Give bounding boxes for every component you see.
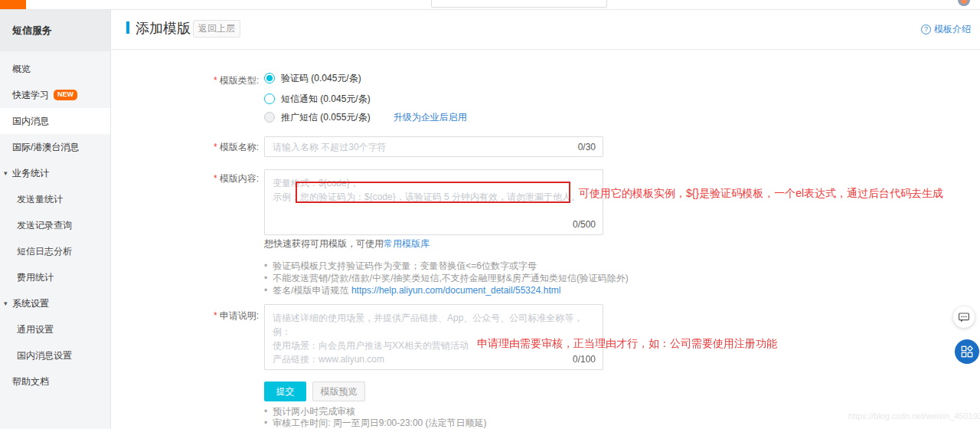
sidebar-item-label: 发送记录查询 [17, 219, 72, 232]
sidebar-item-label: 系统设置 [12, 297, 49, 310]
page-header: 添加模版 返回上层 ? 模板介绍 [112, 10, 980, 50]
top-search-input[interactable] [431, 0, 607, 8]
field-label-template-type: *模版类型: [144, 74, 259, 87]
title-accent-bar [126, 21, 129, 34]
template-intro-label: 模板介绍 [934, 23, 971, 36]
radio-option-label: 验证码 (0.045元/条) [281, 72, 361, 85]
rule-item: 验证码模板只支持验证码作为变量；变量替换值<=6位数字或字母 [264, 260, 629, 272]
csdn-watermark: https://blog.csdn.net/weixin_45019350 [848, 411, 980, 421]
required-mark: * [214, 310, 217, 321]
required-mark: * [214, 142, 217, 152]
sidebar-item-help-docs[interactable]: 帮助文档 [0, 368, 110, 395]
field-label-template-name: *模版名称: [144, 141, 259, 154]
sidebar-item-domestic-message-settings[interactable]: 国内消息设置 [0, 342, 110, 368]
sidebar-item-label: 国际/港澳台消息 [12, 141, 79, 154]
template-intro-link[interactable]: ? 模板介绍 [921, 23, 971, 36]
radio-unselected-icon[interactable] [264, 93, 275, 104]
footer-notes: 预计两小时完成审核 审核工作时间: 周一至周日9:00-23:00 (法定节日顺… [264, 406, 487, 429]
sidebar-item-label: 费用统计 [17, 271, 54, 284]
sidebar-item-general-settings[interactable]: 通用设置 [0, 316, 110, 342]
back-button[interactable]: 返回上层 [193, 20, 240, 38]
question-circle-icon: ? [921, 25, 931, 34]
upgrade-enterprise-link[interactable]: 升级为企业后启用 [394, 111, 467, 124]
sidebar-item-label: 国内消息 [12, 115, 49, 128]
sidebar-item-label: 业务统计 [12, 167, 49, 180]
sidebar-item-label: 快速学习 [12, 89, 49, 102]
footer-note: 审核工作时间: 周一至周日9:00-23:00 (法定节日顺延) [264, 418, 487, 429]
sidebar-group-business-stats[interactable]: ▾业务统计 [0, 160, 110, 186]
quick-tip-text: 想快速获得可用模版，可使用 [264, 238, 384, 249]
main-content: 添加模版 返回上层 ? 模板介绍 *模版类型: 验证码 (0.045元/条) 短… [112, 10, 980, 429]
submit-button[interactable]: 提交 [264, 382, 306, 401]
sidebar: 短信服务 概览 快速学习NEW 国内消息 国际/港澳台消息 ▾业务统计 发送量统… [0, 10, 111, 429]
sidebar-item-label: 发送量统计 [17, 193, 63, 206]
sidebar-item-quick-learn[interactable]: 快速学习NEW [0, 82, 110, 108]
sidebar-menu: 概览 快速学习NEW 国内消息 国际/港澳台消息 ▾业务统计 发送量统计 发送记… [0, 51, 110, 395]
app-grid-icon [961, 345, 973, 358]
field-label-text: 模版名称: [220, 142, 259, 152]
chevron-down-icon: ▾ [4, 169, 8, 177]
rule-text: 签名/模版申请规范 [273, 285, 351, 296]
radio-option-captcha[interactable]: 验证码 (0.045元/条) [264, 72, 361, 84]
footer-note-text: 预计两小时完成审核 [273, 406, 355, 417]
radio-disabled-icon [264, 112, 275, 123]
required-mark: * [214, 75, 217, 86]
rule-text: 不能发送营销/贷款/借款/中奖/抽奖类短信,不支持金融理财&房产通知类短信(验证… [273, 273, 629, 283]
feedback-chat-button[interactable] [953, 306, 975, 328]
radio-option-notification[interactable]: 短信通知 (0.045元/条) [264, 93, 371, 105]
sidebar-item-cost-stats[interactable]: 费用统计 [0, 264, 110, 290]
aliyun-logo [0, 0, 26, 9]
template-library-link[interactable]: 常用模版库 [384, 238, 430, 249]
annotation-red-box [296, 182, 570, 203]
footer-note: 预计两小时完成审核 [264, 406, 487, 418]
sidebar-title: 短信服务 [0, 10, 110, 51]
radio-option-label: 推广短信 (0.055元/条) [281, 111, 371, 124]
spec-doc-link[interactable]: https://help.aliyun.com/document_detail/… [351, 285, 561, 296]
sidebar-item-sms-log-analysis[interactable]: 短信日志分析 [0, 238, 110, 264]
sidebar-item-intl-messages[interactable]: 国际/港澳台消息 [0, 134, 110, 160]
sidebar-item-overview[interactable]: 概览 [0, 56, 110, 82]
annotation-content-note: 可使用它的模板实例，${}是验证码模板，一个el表达式，通过后台代码去生成 [579, 187, 943, 201]
page-title: 添加模版 [136, 19, 191, 38]
sidebar-group-system-settings[interactable]: ▾系统设置 [0, 290, 110, 316]
radio-option-label: 短信通知 (0.045元/条) [281, 93, 371, 106]
annotation-application-note: 申请理由需要审核，正当理由才行，如：公司需要使用注册功能 [477, 337, 777, 351]
field-label-template-content: *模版内容: [144, 172, 259, 185]
new-badge: NEW [54, 90, 77, 100]
content-rules-list: 验证码模板只支持验证码作为变量；变量替换值<=6位数字或字母 不能发送营销/贷款… [264, 260, 629, 296]
sidebar-item-label: 国内消息设置 [17, 349, 72, 362]
top-nav-bar [0, 0, 980, 10]
sidebar-item-label: 短信日志分析 [17, 245, 72, 258]
template-name-input[interactable] [264, 136, 603, 157]
field-label-application: *申请说明: [144, 309, 259, 323]
rule-item: 签名/模版申请规范 https://help.aliyun.com/docume… [264, 284, 629, 296]
sidebar-item-domestic-messages[interactable]: 国内消息 [0, 108, 110, 134]
sidebar-item-send-record-query[interactable]: 发送记录查询 [0, 212, 110, 238]
chat-bubble-icon [958, 311, 970, 323]
radio-option-promotion[interactable]: 推广短信 (0.055元/条) 升级为企业后启用 [264, 111, 467, 123]
field-label-text: 模版类型: [220, 75, 259, 86]
field-label-text: 申请说明: [220, 310, 259, 321]
sms-console-page: 短信服务 概览 快速学习NEW 国内消息 国际/港澳台消息 ▾业务统计 发送量统… [0, 0, 980, 429]
footer-note-text: 审核工作时间: 周一至周日9:00-23:00 (法定节日顺延) [273, 418, 486, 428]
widgets-button[interactable] [955, 339, 979, 364]
chevron-down-icon: ▾ [4, 300, 8, 307]
sidebar-item-send-volume-stats[interactable]: 发送量统计 [0, 186, 110, 212]
application-counter: 0/100 [573, 354, 596, 365]
sidebar-item-label: 概览 [12, 63, 31, 76]
template-name-field: 0/30 [264, 136, 603, 157]
required-mark: * [214, 173, 217, 184]
radio-selected-icon[interactable] [264, 73, 275, 84]
template-name-counter: 0/30 [578, 136, 596, 157]
sidebar-item-label: 帮助文档 [12, 375, 49, 388]
rule-item: 不能发送营销/贷款/借款/中奖/抽奖类短信,不支持金融理财&房产通知类短信(验证… [264, 272, 629, 284]
preview-button[interactable]: 模版预览 [312, 382, 365, 401]
rule-text: 验证码模板只支持验证码作为变量；变量替换值<=6位数字或字母 [273, 260, 537, 271]
field-label-text: 模版内容: [220, 173, 259, 184]
quick-tip: 想快速获得可用模版，可使用常用模版库 [264, 237, 430, 251]
sidebar-item-label: 通用设置 [17, 323, 54, 336]
template-content-counter: 0/500 [573, 219, 596, 230]
user-avatar[interactable] [958, 0, 970, 6]
